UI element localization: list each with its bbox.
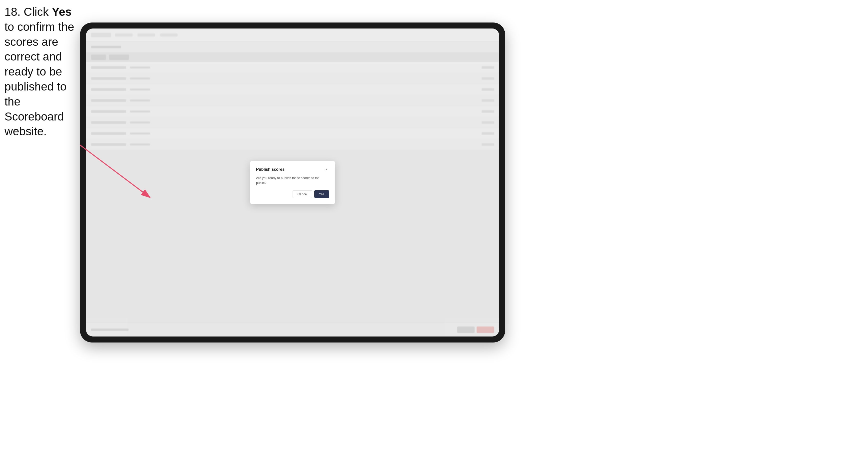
instruction-text: 18. Click Yes to confirm the scores are … (4, 4, 77, 139)
dialog-actions: Cancel Yes (256, 190, 329, 198)
yes-button[interactable]: Yes (314, 190, 329, 198)
cancel-button[interactable]: Cancel (292, 190, 312, 198)
dialog-title: Publish scores (256, 167, 285, 172)
instruction-prefix: Click (21, 5, 52, 18)
dialog-header: Publish scores × (256, 167, 329, 172)
publish-scores-dialog: Publish scores × Are you ready to publis… (250, 161, 335, 204)
dialog-message: Are you ready to publish these scores to… (256, 176, 329, 185)
dialog-close-button[interactable]: × (324, 167, 329, 172)
step-number: 18. (4, 5, 21, 18)
instruction-suffix: to confirm the scores are correct and re… (4, 20, 74, 138)
dialog-body: Are you ready to publish these scores to… (256, 176, 329, 185)
bold-yes: Yes (52, 5, 71, 18)
tablet-screen: Publish scores × Are you ready to publis… (86, 29, 499, 337)
tablet-device: Publish scores × Are you ready to publis… (80, 23, 505, 342)
modal-overlay: Publish scores × Are you ready to publis… (86, 29, 499, 337)
